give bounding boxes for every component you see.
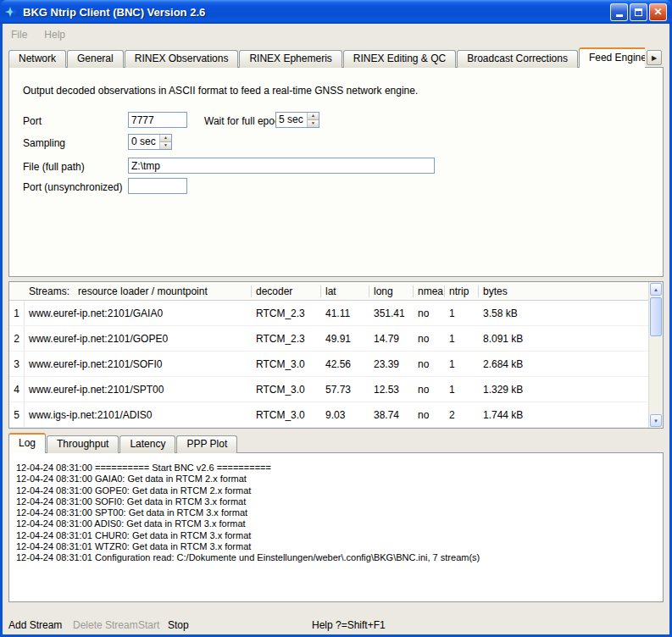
bnc-window: BKG Ntrip Client (BNC) Version 2.6 ✕ Fil… [0,0,672,637]
tab-network[interactable]: Network [8,50,66,68]
bottom-tab-bar: Log Throughput Latency PPP Plot [8,433,238,453]
tab-ppp-plot[interactable]: PPP Plot [176,435,237,453]
table-row[interactable]: 3 www.euref-ip.net:2101/SOFI0 RTCM_3.0 4… [9,352,648,377]
spin-up-icon: ▲ [311,113,315,118]
add-stream-button[interactable]: Add Stream [8,619,62,631]
minimize-button[interactable] [610,3,628,21]
cell-nmea: no [414,358,445,370]
file-path-input[interactable] [128,158,435,174]
log-line: 12-04-24 08:31:00 GOPE0: Get data in RTC… [16,485,656,496]
chevron-right-icon: ▶ [652,54,657,62]
spin-down-button[interactable]: ▼ [160,142,171,149]
close-button[interactable]: ✕ [649,3,667,21]
cell-lat: 41.11 [321,307,369,319]
port-unsync-input[interactable] [128,178,187,194]
window-title: BKG Ntrip Client (BNC) Version 2.6 [23,6,610,19]
cell-mountpoint: www.euref-ip.net:2101/GOPE0 [25,333,252,345]
start-button[interactable]: Start [138,619,159,631]
tab-rinex-ephemeris[interactable]: RINEX Ephemeris [239,50,342,68]
cell-nmea: no [414,333,445,345]
maximize-icon [635,8,642,16]
sampling-spinbox[interactable]: 0 sec ▲ ▼ [128,134,172,150]
log-line: 12-04-24 08:31:00 SOFI0: Get data in RTC… [16,496,656,507]
cell-mountpoint: www.euref-ip.net:2101/SOFI0 [25,358,252,370]
sampling-label: Sampling [23,137,65,149]
tab-latency[interactable]: Latency [119,435,175,453]
tab-log[interactable]: Log [8,433,46,453]
wait-for-full-epoch-spinbox[interactable]: 5 sec ▲ ▼ [275,112,319,128]
tab-rinex-editing-qc[interactable]: RINEX Editing & QC [343,50,456,68]
cell-rownum: 2 [9,326,25,351]
cell-ntrip: 2 [445,409,479,421]
cell-ntrip: 1 [445,333,479,345]
header-nmea: nmea [414,285,445,297]
cell-decoder: RTCM_2.3 [252,307,321,319]
port-unsync-label: Port (unsynchronized) [23,181,122,193]
cell-decoder: RTCM_3.0 [252,384,321,396]
scroll-thumb[interactable] [650,297,662,336]
spin-down-button[interactable]: ▼ [308,120,319,127]
cell-long: 14.79 [369,333,414,345]
arrow-up-icon: ▲ [653,287,658,292]
title-bar[interactable]: BKG Ntrip Client (BNC) Version 2.6 ✕ [0,0,672,24]
cell-lat: 9.03 [321,409,369,421]
sampling-value: 0 sec [129,135,159,149]
cell-long: 12.53 [369,384,414,396]
stop-button[interactable]: Stop [168,619,189,631]
port-label: Port [23,115,42,127]
table-row[interactable]: 4 www.euref-ip.net:2101/SPT00 RTCM_3.0 5… [9,377,648,402]
window-body: File Help Network General RINEX Observat… [3,24,669,634]
header-bytes: bytes [479,285,648,297]
port-input[interactable] [128,112,187,128]
spin-up-button[interactable]: ▲ [160,135,171,142]
cell-ntrip: 1 [445,384,479,396]
table-row[interactable]: 5 www.igs-ip.net:2101/ADIS0 RTCM_3.0 9.0… [9,402,648,428]
cell-nmea: no [414,307,445,319]
cell-nmea: no [414,384,445,396]
log-line: 12-04-24 08:31:01 CHUR0: Get data in RTC… [16,530,656,541]
wait-for-full-epoch-label: Wait for full epoch [204,115,286,127]
header-rownum [9,285,25,297]
streams-table: Streams: resource loader / mountpoint de… [8,281,664,429]
vertical-scrollbar[interactable]: ▲ ▼ [648,282,663,428]
header-mountpoint: Streams: resource loader / mountpoint [25,285,252,297]
table-row[interactable]: 1 www.euref-ip.net:2101/GAIA0 RTCM_2.3 4… [9,301,648,326]
scroll-up-button[interactable]: ▲ [650,283,662,296]
table-row[interactable]: 2 www.euref-ip.net:2101/GOPE0 RTCM_2.3 4… [9,326,648,352]
cell-rownum: 5 [9,402,25,427]
cell-decoder: RTCM_3.0 [252,409,321,421]
feed-engine-description: Output decoded observations in ASCII for… [23,85,418,97]
tab-feed-engine[interactable]: Feed Engine [579,47,645,68]
cell-nmea: no [414,409,445,421]
log-line: 12-04-24 08:31:00 SPT00: Get data in RTC… [16,507,656,518]
menu-file[interactable]: File [11,29,27,41]
tab-rinex-observations[interactable]: RINEX Observations [125,50,239,68]
cell-bytes: 3.58 kB [479,307,648,319]
menu-help[interactable]: Help [44,29,65,41]
log-line: 12-04-24 08:31:00 ========== Start BNC v… [16,463,656,474]
delete-stream-button[interactable]: Delete Stream [73,619,138,631]
cell-rownum: 4 [9,377,25,402]
menu-bar: File Help [3,24,669,46]
header-long: long [369,285,414,297]
header-decoder: decoder [252,285,321,297]
feed-engine-panel: Output decoded observations in ASCII for… [8,67,664,277]
log-line: 12-04-24 08:31:00 GAIA0: Get data in RTC… [16,474,656,485]
maximize-button[interactable] [630,3,647,21]
table-header: Streams: resource loader / mountpoint de… [9,282,648,301]
tab-throughput[interactable]: Throughput [47,435,119,453]
cell-lat: 57.73 [321,384,369,396]
cell-lat: 42.56 [321,358,369,370]
cell-bytes: 8.091 kB [479,333,648,345]
cell-mountpoint: www.igs-ip.net:2101/ADIS0 [25,409,252,421]
spin-up-button[interactable]: ▲ [308,113,319,120]
tab-broadcast-corrections[interactable]: Broadcast Corrections [457,50,578,68]
cell-bytes: 1.744 kB [479,409,648,421]
cell-bytes: 2.684 kB [479,358,648,370]
scroll-down-button[interactable]: ▼ [650,414,662,427]
app-icon [5,5,19,19]
tab-scroll-right-button[interactable]: ▶ [647,50,662,65]
cell-ntrip: 1 [445,358,479,370]
tab-general[interactable]: General [67,50,124,68]
wait-for-full-epoch-value: 5 sec [276,113,307,127]
